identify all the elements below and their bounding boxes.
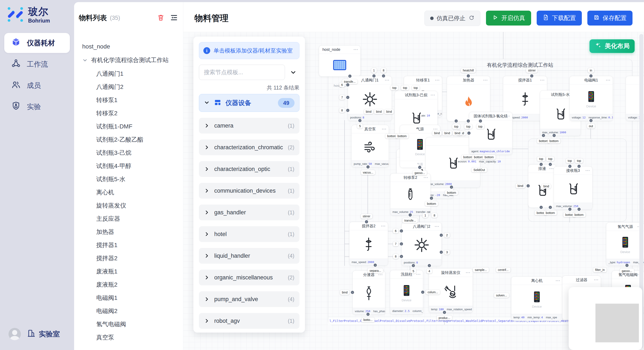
port-handle[interactable]: ‹ [577, 165, 580, 168]
tree-item[interactable]: 真空泵 [82, 331, 181, 344]
port-handle[interactable]: ‹ [590, 74, 593, 78]
tree-item[interactable]: 电磁阀1 [82, 291, 181, 305]
port-handle[interactable]: › [455, 120, 458, 123]
node-menu-icon[interactable]: ••• [505, 112, 510, 120]
tree-item[interactable]: 废液瓶2 [82, 278, 181, 291]
node-menu-icon[interactable]: ••• [483, 76, 488, 84]
tree-item[interactable]: 试剂瓶1-DMF [82, 120, 181, 133]
tree-item[interactable]: 搅拌器1 [82, 239, 181, 252]
sidebar-item-instruments[interactable]: 仪器耗材 [4, 33, 70, 53]
port-handle[interactable]: › [625, 264, 628, 267]
tree-item[interactable]: 试剂瓶3-己烷 [82, 146, 181, 160]
category-row-characterization_optic[interactable]: characterization_optic (1) [199, 161, 300, 177]
category-row-communication_devices[interactable]: communication_devices (1) [199, 183, 300, 199]
port-handle[interactable]: › [540, 206, 543, 209]
canvas-node-接收瓶3[interactable]: 接收瓶3•••max_volume: 250 [554, 166, 592, 210]
canvas-node-真空泵[interactable]: 真空泵•••pump_rate: 50max_vacuum: 0.1 [352, 125, 389, 167]
node-menu-icon[interactable]: ••• [381, 222, 386, 230]
canvas-node-八通阀门2[interactable]: 八通阀门2•••positions: 8 [402, 222, 442, 266]
port-handle[interactable]: › [400, 242, 403, 246]
node-menu-icon[interactable]: ••• [416, 270, 421, 278]
port-handle[interactable]: › [568, 208, 572, 211]
port-handle[interactable]: › [366, 313, 370, 316]
node-menu-icon[interactable]: ••• [594, 276, 599, 284]
port-handle[interactable]: › [421, 291, 424, 294]
canvas-node-host_node[interactable]: host_node••• [319, 45, 360, 77]
port-handle[interactable]: › [440, 250, 443, 254]
simulation-status-badge[interactable]: 仿真已停止 [424, 11, 480, 26]
port-handle[interactable]: › [443, 311, 446, 314]
canvas-node-分液器[interactable]: 分液器•••volume: 250has_phases: true [352, 270, 385, 315]
chevron-down-icon[interactable] [287, 66, 300, 78]
canvas-node-电磁阀1[interactable]: 电磁阀1•••Devicevoltage: 12response_time: 0… [570, 76, 613, 121]
category-row-pump_and_valve[interactable]: pump_and_valve (4) [199, 291, 300, 307]
category-group-instruments[interactable]: 仪器设备 49 [199, 94, 300, 112]
category-row-camera[interactable]: camera (1) [199, 118, 300, 134]
port-handle[interactable]: › [450, 186, 453, 189]
tree-item[interactable]: 试剂瓶4-甲醇 [82, 160, 181, 173]
category-row-liquid_handler[interactable]: liquid_handler (4) [199, 248, 300, 264]
tree-group[interactable]: 有机化学流程综合测试工作站 [82, 53, 181, 67]
canvas-node-固体试剂瓶3-氯化镁[interactable]: 固体试剂瓶3-氯化镁•••agent: magnesium_chlorideph… [469, 112, 512, 155]
tree-item[interactable]: 八通阀门1 [82, 67, 181, 80]
tree-item[interactable]: 氢气电磁阀 [82, 318, 181, 331]
tree-item[interactable]: 试剂瓶2-乙酸乙酯 [82, 133, 181, 146]
canvas-node-氢气气源[interactable]: 氢气气源•••Device_type: hydrogenmax_pre [606, 222, 644, 266]
category-row-characterization_chromatic[interactable]: characterization_chromatic (2) [199, 140, 300, 155]
category-row-hotel[interactable]: hotel (1) [199, 226, 300, 242]
port-handle[interactable]: ‹ [372, 74, 376, 78]
port-handle[interactable]: › [358, 119, 362, 122]
port-handle[interactable]: › [577, 208, 580, 211]
download-config-button[interactable]: 下载配置 [537, 11, 582, 25]
tree-item[interactable]: 离心机 [82, 186, 181, 199]
port-handle[interactable]: › [348, 75, 352, 78]
sidebar-item-lab[interactable]: 实验室 [27, 329, 60, 339]
category-row-organic_miscellaneous[interactable]: organic_miscellaneous (2) [199, 270, 300, 285]
delete-icon[interactable] [157, 14, 164, 22]
canvas-node-搅拌器2[interactable]: 搅拌器2•••max_speed: 2000 [349, 222, 388, 266]
start-simulation-button[interactable]: 开启仿真 [486, 11, 531, 25]
port-handle[interactable]: › [428, 264, 431, 267]
node-menu-icon[interactable]: ••• [385, 76, 390, 84]
port-handle[interactable]: ‹ [467, 74, 470, 78]
sidebar-item-members[interactable]: 成员 [4, 75, 70, 95]
port-handle[interactable]: › [468, 132, 471, 135]
save-config-button[interactable]: 保存配置 [587, 11, 632, 25]
port-handle[interactable]: › [351, 291, 354, 294]
port-handle[interactable]: › [467, 120, 470, 123]
tree-item[interactable]: 电磁阀2 [82, 305, 181, 318]
port-handle[interactable]: › [400, 255, 403, 258]
port-handle[interactable]: › [346, 96, 350, 99]
beautify-layout-button[interactable]: 美化布局 [590, 39, 635, 53]
tree-item[interactable]: 加热器 [82, 225, 181, 239]
node-menu-icon[interactable]: ••• [556, 277, 560, 285]
tree-item-root[interactable]: host_node [82, 40, 181, 53]
node-menu-icon[interactable]: ••• [382, 125, 386, 133]
port-handle[interactable]: › [374, 264, 377, 267]
node-menu-icon[interactable]: ••• [435, 76, 440, 84]
tree-item[interactable]: 转移泵2 [82, 107, 181, 120]
template-search-input[interactable] [199, 65, 285, 80]
category-row-robot_agv[interactable]: robot_agv (1) [199, 313, 300, 329]
node-menu-icon[interactable]: ••• [466, 269, 470, 277]
port-handle[interactable]: › [479, 120, 482, 123]
port-handle[interactable]: ‹ [530, 74, 534, 78]
port-handle[interactable]: › [409, 213, 412, 217]
port-handle[interactable]: › [590, 119, 593, 122]
sidebar-item-experiment[interactable]: 实验 [4, 97, 70, 117]
node-menu-icon[interactable]: ••• [430, 91, 435, 99]
tree-item[interactable]: 转移泵1 [82, 94, 181, 107]
port-handle[interactable]: › [440, 234, 443, 237]
port-handle[interactable]: ‹ [382, 74, 385, 78]
collapse-panel-icon[interactable] [170, 14, 178, 22]
port-handle[interactable]: › [527, 184, 530, 187]
port-handle[interactable]: ‹ [540, 163, 543, 166]
port-handle[interactable]: ‹ [365, 220, 368, 223]
tree-item[interactable]: 旋转蒸发仪 [82, 199, 181, 212]
tree-item[interactable]: 废液瓶1 [82, 265, 181, 278]
canvas-node-转移泵2[interactable]: 转移泵2•••max_volume: 25transfer_rate: 10 [390, 173, 430, 215]
tree-item[interactable]: 试剂瓶5-水 [82, 173, 181, 186]
node-menu-icon[interactable]: ••• [354, 45, 358, 54]
port-handle[interactable]: › [549, 206, 552, 209]
port-handle[interactable]: › [400, 229, 403, 232]
